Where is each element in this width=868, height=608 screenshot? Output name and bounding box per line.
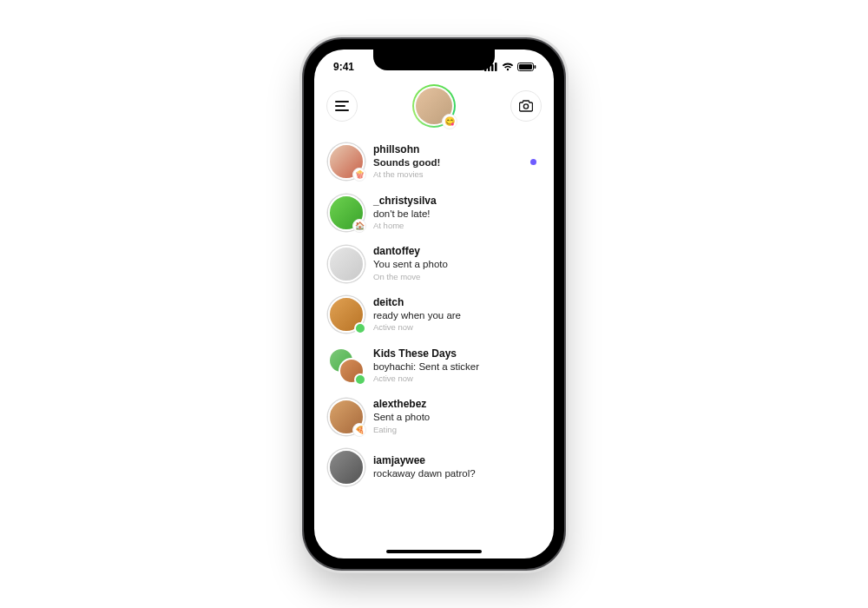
thread-substatus: At home (373, 220, 540, 231)
svg-rect-8 (335, 105, 345, 107)
thread-row[interactable]: dantoffeyYou sent a photoOn the move (321, 238, 547, 289)
thread-message: You sent a photo (373, 258, 540, 270)
avatar[interactable] (328, 296, 365, 333)
thread-username: deitch (373, 296, 540, 309)
thread-username: iamjaywee (373, 454, 540, 467)
wifi-icon (502, 63, 514, 71)
status-emoji: 🍕 (352, 423, 366, 437)
thread-message: Sounds good! (373, 156, 522, 169)
active-dot-icon (354, 373, 366, 386)
thread-row[interactable]: Kids These Daysboyhachi: Sent a stickerA… (321, 340, 547, 392)
profile-status-emoji: 😋 (442, 114, 457, 129)
thread-message: ready when you are (373, 309, 540, 321)
camera-icon (519, 100, 533, 112)
thread-text: phillsohnSounds good!At the movies (373, 143, 522, 181)
notch (373, 50, 495, 70)
avatar[interactable]: 🏠 (328, 195, 365, 231)
thread-substatus: At the movies (373, 169, 522, 180)
avatar[interactable] (328, 449, 365, 486)
screen: 9:41 😋 🍿phillsohnSounds good!At the movi… (314, 50, 554, 558)
thread-substatus: Eating (373, 424, 540, 435)
thread-row[interactable]: deitchready when you areActive now (321, 289, 547, 340)
svg-rect-3 (495, 63, 497, 71)
home-indicator (386, 550, 482, 553)
thread-text: dantoffeyYou sent a photoOn the move (373, 245, 540, 282)
thread-username: phillsohn (373, 143, 522, 156)
thread-username: Kids These Days (373, 347, 540, 360)
status-emoji: 🏠 (352, 219, 366, 233)
thread-substatus: Active now (373, 373, 540, 384)
svg-rect-7 (335, 101, 349, 102)
thread-message: rockaway dawn patrol? (373, 467, 540, 479)
battery-icon (517, 63, 536, 71)
menu-button[interactable] (326, 90, 358, 122)
menu-icon (335, 101, 349, 111)
thread-row[interactable]: 🏠_christysilvadon't be late!At home (321, 188, 547, 239)
camera-button[interactable] (510, 90, 542, 122)
thread-text: _christysilvadon't be late!At home (373, 195, 540, 232)
avatar[interactable]: 🍿 (328, 143, 365, 180)
status-time: 9:41 (333, 61, 354, 73)
svg-rect-2 (491, 64, 494, 71)
svg-rect-5 (519, 64, 532, 69)
thread-username: dantoffey (373, 245, 540, 258)
thread-message: Sent a photo (373, 411, 540, 423)
profile-avatar[interactable]: 😋 (412, 84, 456, 128)
thread-text: Kids These Daysboyhachi: Sent a stickerA… (373, 347, 540, 385)
thread-row[interactable]: 🍕alexthebezSent a photoEating (321, 391, 547, 442)
thread-substatus: On the move (373, 271, 540, 282)
svg-rect-6 (535, 65, 536, 69)
avatar[interactable]: 🍕 (328, 399, 365, 435)
svg-point-10 (523, 104, 528, 109)
svg-rect-9 (335, 109, 349, 111)
thread-list: 🍿phillsohnSounds good!At the movies🏠_chr… (314, 136, 554, 492)
thread-text: deitchready when you areActive now (373, 296, 540, 334)
phone-frame: 9:41 😋 🍿phillsohnSounds good!At the movi… (304, 39, 564, 569)
thread-username: alexthebez (373, 398, 540, 411)
active-dot-icon (354, 322, 366, 334)
thread-substatus: Active now (373, 321, 540, 333)
avatar[interactable] (328, 246, 365, 282)
thread-row[interactable]: iamjayweerockaway dawn patrol? (321, 442, 547, 492)
thread-row[interactable]: 🍿phillsohnSounds good!At the movies (321, 136, 547, 188)
app-header: 😋 (314, 79, 554, 136)
status-emoji: 🍿 (352, 168, 366, 182)
thread-message: don't be late! (373, 208, 540, 220)
avatar[interactable] (328, 347, 365, 384)
thread-text: iamjayweerockaway dawn patrol? (373, 454, 540, 479)
thread-text: alexthebezSent a photoEating (373, 398, 540, 435)
thread-username: _christysilva (373, 195, 540, 208)
thread-message: boyhachi: Sent a sticker (373, 360, 540, 373)
unread-dot-icon (530, 159, 536, 165)
